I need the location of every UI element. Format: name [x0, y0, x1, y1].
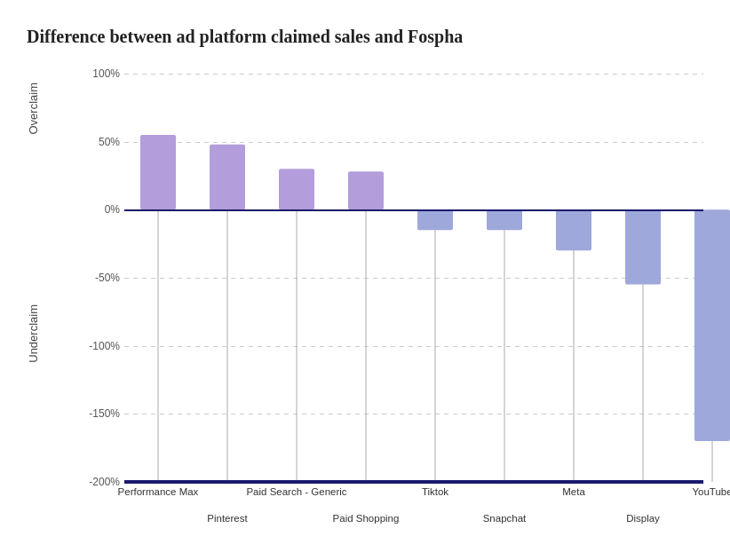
x-label-display: Display: [626, 513, 660, 524]
x-label-paid-shopping: Paid Shopping: [333, 513, 400, 524]
bar-tiktok-rect: [417, 209, 453, 230]
bar-snapchat-rect: [487, 209, 522, 230]
tick-50: 50%: [99, 136, 120, 148]
tick-n150: -150%: [89, 407, 120, 420]
zero-line: [124, 209, 703, 211]
tick-0: 0%: [105, 203, 120, 216]
bars-area: Performance Max Paid Search - Generic Ti…: [124, 74, 703, 482]
chart-title: Difference between ad platform claimed s…: [27, 27, 703, 47]
bar-youtube-rect: [694, 209, 730, 441]
bars-svg: [124, 74, 703, 482]
chart-container: Difference between ad platform claimed s…: [0, 0, 730, 560]
bar-pinterest-rect: [210, 145, 245, 210]
overclaim-label: Overclaim: [27, 83, 62, 135]
bar-paid-shopping-rect: [348, 171, 384, 209]
bar-paid-search-rect: [279, 169, 314, 209]
tick-n100: -100%: [89, 340, 120, 352]
tick-n200: -200%: [89, 476, 120, 488]
y-axis-ticks: 100% 50% 0% -50% -100% -150% -200%: [75, 74, 120, 482]
x-label-pinterest: Pinterest: [207, 513, 247, 524]
x-axis-labels: Performance Max Paid Search - Generic Ti…: [124, 482, 703, 560]
x-label-youtube: YouTube: [692, 486, 730, 497]
tick-n50: -50%: [95, 272, 120, 284]
x-label-meta: Meta: [562, 486, 585, 497]
bar-display-rect: [625, 209, 661, 284]
bar-performance-max-rect: [140, 135, 176, 209]
x-label-snapchat: Snapchat: [483, 513, 527, 524]
x-label-performance-max: Performance Max: [118, 486, 199, 497]
bar-meta-rect: [556, 209, 591, 250]
bottom-line: [124, 480, 703, 484]
tick-100: 100%: [92, 67, 120, 80]
x-label-tiktok: Tiktok: [422, 486, 448, 497]
x-label-paid-search: Paid Search - Generic: [246, 486, 346, 497]
underclaim-label: Underclaim: [27, 304, 62, 363]
